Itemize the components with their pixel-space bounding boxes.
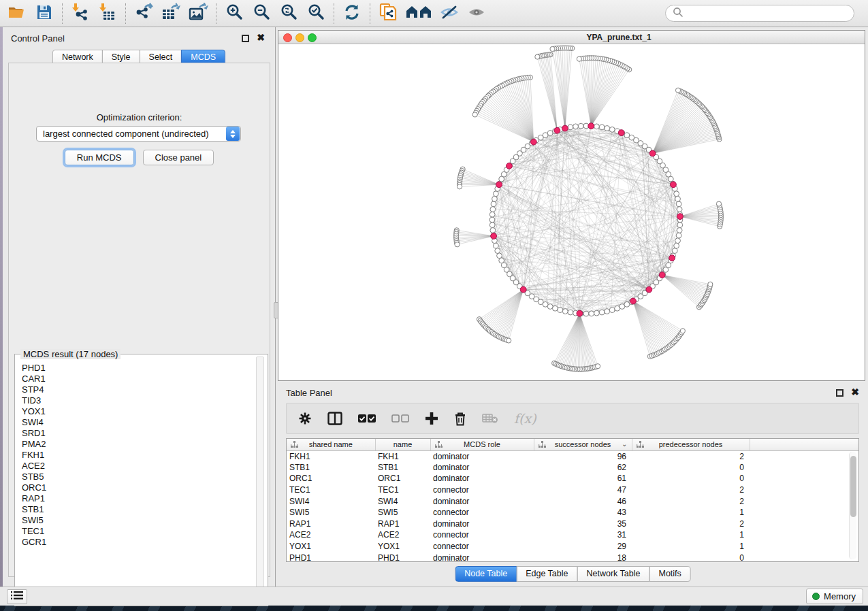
table-row[interactable]: YOX1YOX1connector291 bbox=[287, 541, 858, 552]
mcds-result-item[interactable]: STP4 bbox=[22, 384, 254, 395]
export-table-icon bbox=[161, 3, 181, 24]
mcds-result-item[interactable]: GCR1 bbox=[22, 537, 254, 548]
optimization-criterion-select[interactable]: largest connected component (undirected) bbox=[36, 126, 241, 142]
column-type-icon bbox=[539, 441, 546, 450]
mcds-result-item[interactable]: TID3 bbox=[22, 395, 254, 406]
float-panel-icon[interactable] bbox=[242, 35, 249, 42]
mcds-result-item[interactable]: PMA2 bbox=[22, 439, 254, 450]
zoom-in-button[interactable] bbox=[223, 3, 246, 24]
mcds-result-item[interactable]: ORC1 bbox=[22, 482, 254, 493]
refresh-icon bbox=[343, 3, 361, 24]
export-table-button[interactable] bbox=[159, 3, 182, 24]
mcds-result-box: MCDS result (17 nodes) PHD1CAR1STP4TID3Y… bbox=[14, 354, 268, 606]
table-row[interactable]: SWI4SWI4dominator462 bbox=[287, 495, 858, 507]
table-tab-node-table[interactable]: Node Table bbox=[455, 566, 517, 582]
mcds-result-item[interactable]: FKH1 bbox=[22, 450, 254, 461]
column-header-successor-nodes[interactable]: successor nodes⌄ bbox=[534, 439, 632, 450]
select-stepper-icon bbox=[226, 127, 240, 141]
window-zoom-light[interactable] bbox=[308, 33, 317, 42]
float-table-panel-icon[interactable] bbox=[836, 389, 843, 397]
delete-column-icon[interactable] bbox=[454, 412, 466, 426]
column-header-predecessor-nodes[interactable]: predecessor nodes bbox=[632, 439, 750, 450]
table-tab-edge-table[interactable]: Edge Table bbox=[516, 566, 577, 582]
zoom-in-icon bbox=[225, 3, 243, 24]
mcds-result-item[interactable]: ACE2 bbox=[22, 461, 254, 472]
export-image-button[interactable] bbox=[187, 3, 210, 24]
add-column-icon[interactable] bbox=[425, 412, 438, 425]
table-row[interactable]: ORC1ORC1dominator610 bbox=[287, 473, 858, 484]
show-all-button[interactable] bbox=[465, 3, 488, 24]
mcds-result-item[interactable]: STB1 bbox=[22, 504, 254, 515]
mcds-result-item[interactable]: SWI4 bbox=[22, 417, 254, 428]
list-icon bbox=[11, 591, 23, 603]
mcds-result-item[interactable]: STB5 bbox=[22, 472, 254, 482]
table-scrollbar[interactable] bbox=[849, 452, 856, 559]
zoom-fit-button[interactable] bbox=[277, 3, 300, 24]
mcds-result-item[interactable]: SRD1 bbox=[22, 428, 254, 439]
window-close-light[interactable] bbox=[283, 33, 292, 42]
column-header-mcds-role[interactable]: MCDS role bbox=[430, 439, 534, 450]
table-row[interactable]: TEC1TEC1connector472 bbox=[287, 484, 858, 496]
column-type-icon bbox=[291, 441, 298, 450]
table-scrollbar-thumb[interactable] bbox=[850, 456, 856, 517]
hide-selected-button[interactable] bbox=[438, 3, 461, 24]
table-row[interactable]: PHD1PHD1dominator180 bbox=[287, 552, 858, 562]
table-settings-gear-icon[interactable] bbox=[298, 412, 312, 425]
mcds-result-item[interactable]: RAP1 bbox=[22, 493, 254, 504]
column-header-shared-name[interactable]: shared name bbox=[287, 439, 375, 450]
network-window-titlebar[interactable]: YPA_prune.txt_1 bbox=[278, 31, 865, 44]
close-panel-button[interactable]: Close panel bbox=[143, 150, 214, 165]
save-session-button[interactable] bbox=[33, 3, 56, 24]
deselect-all-checkboxes-icon[interactable] bbox=[391, 414, 409, 423]
column-header-name[interactable]: name bbox=[375, 439, 430, 450]
search-box[interactable] bbox=[665, 5, 854, 22]
close-panel-icon[interactable]: ✖ bbox=[257, 33, 265, 42]
show-panel-list-button[interactable] bbox=[7, 589, 27, 604]
window-minimize-light[interactable] bbox=[295, 33, 304, 42]
hide-eye-icon bbox=[440, 4, 459, 23]
mcds-result-item[interactable]: SWI5 bbox=[22, 515, 254, 526]
network-canvas[interactable] bbox=[278, 44, 865, 380]
mcds-result-item[interactable]: PHD1 bbox=[22, 363, 254, 374]
zoom-selected-button[interactable] bbox=[304, 3, 327, 24]
mcds-result-item[interactable]: YOX1 bbox=[22, 406, 254, 417]
node-table[interactable]: shared namenameMCDS rolesuccessor nodes⌄… bbox=[287, 439, 858, 562]
table-panel-title: Table Panel bbox=[286, 388, 332, 398]
mcds-result-item[interactable]: CAR1 bbox=[22, 374, 254, 384]
table-row[interactable]: FKH1FKH1dominator962 bbox=[287, 450, 858, 462]
delete-table-icon[interactable] bbox=[482, 413, 498, 424]
cell-mcds-role: connector bbox=[430, 507, 534, 518]
cell-predecessor-nodes: 2 bbox=[632, 450, 750, 462]
memory-label: Memory bbox=[824, 591, 856, 601]
cell-predecessor-nodes: 2 bbox=[632, 495, 750, 507]
table-row[interactable]: SWI5SWI5connector431 bbox=[287, 507, 858, 518]
import-table-button[interactable] bbox=[96, 3, 119, 24]
cell-predecessor-nodes: 2 bbox=[632, 518, 750, 530]
run-mcds-button[interactable]: Run MCDS bbox=[65, 150, 134, 165]
close-table-panel-icon[interactable]: ✖ bbox=[851, 387, 859, 397]
function-builder-icon[interactable]: f(x) bbox=[514, 411, 536, 426]
table-tab-network-table[interactable]: Network Table bbox=[577, 566, 650, 582]
column-view-icon[interactable] bbox=[327, 412, 342, 425]
first-neighbors-icon bbox=[405, 4, 432, 23]
table-row[interactable]: STB1STB1dominator620 bbox=[287, 462, 858, 474]
mcds-list-scrollbar[interactable] bbox=[256, 357, 264, 604]
table-row[interactable]: ACE2ACE2connector311 bbox=[287, 529, 858, 541]
memory-button[interactable]: Memory bbox=[806, 589, 863, 604]
table-tab-motifs[interactable]: Motifs bbox=[649, 566, 690, 582]
cell-name: SWI4 bbox=[375, 495, 430, 507]
cell-predecessor-nodes: 0 bbox=[632, 462, 750, 474]
open-file-button[interactable] bbox=[5, 3, 29, 24]
import-network-button[interactable] bbox=[69, 3, 92, 24]
cell-shared-name: SWI4 bbox=[287, 495, 375, 507]
refresh-view-button[interactable] bbox=[340, 3, 364, 24]
export-network-button[interactable] bbox=[132, 3, 155, 24]
cell-mcds-role: dominator bbox=[430, 450, 534, 462]
zoom-out-button[interactable] bbox=[250, 3, 273, 24]
search-input[interactable] bbox=[684, 8, 847, 18]
mcds-result-item[interactable]: TEC1 bbox=[22, 526, 254, 537]
first-neighbors-button[interactable] bbox=[404, 3, 434, 24]
select-all-checkboxes-icon[interactable] bbox=[358, 414, 376, 423]
table-row[interactable]: RAP1RAP1dominator352 bbox=[287, 518, 858, 530]
clone-network-button[interactable] bbox=[376, 3, 400, 24]
